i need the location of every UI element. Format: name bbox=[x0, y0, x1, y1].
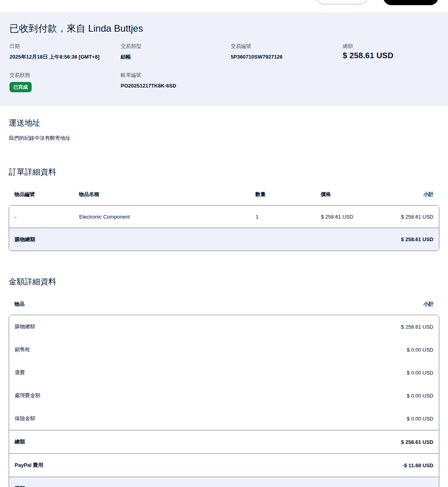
col-item-number: 物品編號 bbox=[14, 191, 79, 198]
field-transaction-id-value: 5P360710SW7927126 bbox=[231, 54, 343, 60]
status-badge: 已完成 bbox=[9, 82, 32, 92]
order-details-heading: 訂單詳細資料 bbox=[9, 166, 439, 177]
amount-value: $ 258.61 USD bbox=[401, 324, 433, 330]
col-subtotal: 小計 bbox=[386, 191, 434, 198]
purchase-total-value: $ 258.61 USD bbox=[401, 236, 433, 242]
amount-row-sales-tax: 銷售稅 $ 0.00 USD bbox=[9, 338, 439, 361]
amount-label: 處理費金額 bbox=[15, 392, 40, 399]
field-gross-amount-value: $ 258.61 USD bbox=[343, 52, 439, 59]
amount-row-gross: 總額 $ 258.61 USD bbox=[9, 430, 439, 453]
amount-label: 購物總額 bbox=[15, 323, 35, 330]
amounts-table-header: 物品 小計 bbox=[9, 301, 439, 308]
field-date: 日期 2025年12月18日 上午8:56:36 [GMT+8] bbox=[9, 43, 121, 60]
col-amount-subtotal: 小計 bbox=[423, 301, 434, 308]
transaction-summary: 已收到付款，來自 Linda Buttjes 日期 2025年12月18日 上午… bbox=[0, 12, 448, 106]
amount-details-heading: 金額詳細資料 bbox=[9, 276, 439, 287]
field-gross-amount: 總額 $ 258.61 USD bbox=[343, 43, 439, 60]
amount-value: -$ 11.68 USD bbox=[402, 462, 433, 468]
shipping-address-section: 運送地址 我們的紀錄中沒有郵寄地址 bbox=[0, 117, 448, 141]
amount-label: PayPal 費用 bbox=[15, 462, 43, 469]
cell-quantity: 1 bbox=[256, 214, 321, 220]
clipped-header-text bbox=[28, 0, 103, 2]
field-invoice-id-value: PO20251217TK8K-6SD bbox=[121, 83, 231, 89]
primary-action-button[interactable] bbox=[383, 0, 439, 5]
field-date-value: 2025年12月18日 上午8:56:36 [GMT+8] bbox=[9, 54, 121, 60]
order-table-header: 物品編號 物品名稱 數量 價格 小計 bbox=[9, 191, 439, 198]
page-title: 已收到付款，來自 Linda Buttjes bbox=[9, 12, 439, 35]
cell-price: $ 258.61 USD bbox=[321, 214, 386, 220]
order-table-footer: 購物總額 $ 258.61 USD bbox=[9, 228, 439, 251]
amount-value: $ 0.00 USD bbox=[407, 393, 433, 399]
amount-label: 保險金額 bbox=[15, 415, 35, 422]
field-invoice-id-label: 帳單編號 bbox=[121, 72, 231, 78]
amount-value: $ 258.61 USD bbox=[401, 439, 433, 445]
amount-row-paypal-fee: PayPal 費用 -$ 11.68 USD bbox=[9, 453, 439, 477]
shipping-address-heading: 運送地址 bbox=[9, 117, 439, 128]
top-action-bar bbox=[0, 0, 448, 12]
col-quantity: 數量 bbox=[255, 191, 321, 198]
field-transaction-id: 交易編號 5P360710SW7927126 bbox=[231, 43, 343, 60]
amount-details-section: 金額詳細資料 物品 小計 購物總額 $ 258.61 USD 銷售稅 $ 0.0… bbox=[0, 276, 448, 487]
amount-value: $ 0.00 USD bbox=[407, 370, 433, 376]
field-date-label: 日期 bbox=[9, 43, 121, 49]
field-transaction-id-label: 交易編號 bbox=[231, 43, 343, 49]
amount-label: 總額 bbox=[15, 438, 25, 445]
amount-label: 淨額 bbox=[15, 485, 25, 487]
order-table-row: - Electronic Component 1 $ 258.61 USD $ … bbox=[9, 205, 439, 228]
cell-subtotal: $ 258.61 USD bbox=[386, 214, 433, 220]
amount-row-shipping: 運費 $ 0.00 USD bbox=[9, 361, 439, 384]
secondary-action-button[interactable] bbox=[315, 0, 368, 4]
amount-label: 運費 bbox=[15, 369, 25, 376]
amount-label: 銷售稅 bbox=[15, 346, 30, 353]
order-details-section: 訂單詳細資料 物品編號 物品名稱 數量 價格 小計 - Electronic C… bbox=[0, 166, 448, 251]
cell-item-name: Electronic Component bbox=[79, 214, 256, 220]
col-item-name: 物品名稱 bbox=[79, 191, 255, 198]
amount-row-insurance: 保險金額 $ 0.00 USD bbox=[9, 407, 439, 430]
col-item: 物品 bbox=[14, 301, 25, 308]
field-transaction-type-label: 交易類型 bbox=[121, 43, 231, 49]
field-transaction-status: 交易狀態 已完成 bbox=[9, 72, 121, 92]
field-gross-amount-label: 總額 bbox=[343, 43, 439, 49]
amount-row-handling: 處理費金額 $ 0.00 USD bbox=[9, 384, 439, 407]
amount-value: $ 0.00 USD bbox=[407, 416, 433, 422]
field-invoice-id: 帳單編號 PO20251217TK8K-6SD bbox=[121, 72, 231, 92]
cell-item-number: - bbox=[15, 214, 79, 220]
field-transaction-type-value: 結帳 bbox=[121, 54, 231, 60]
amount-row-net: 淨額 $ 246.93 USD bbox=[9, 477, 439, 487]
purchase-total-label: 購物總額 bbox=[15, 236, 35, 243]
shipping-address-note: 我們的紀錄中沒有郵寄地址 bbox=[9, 135, 439, 141]
col-price: 價格 bbox=[321, 191, 386, 198]
field-transaction-status-label: 交易狀態 bbox=[9, 72, 121, 78]
amount-value: $ 246.93 USD bbox=[401, 486, 433, 487]
amount-row-purchase-total: 購物總額 $ 258.61 USD bbox=[9, 315, 439, 338]
order-table: - Electronic Component 1 $ 258.61 USD $ … bbox=[9, 205, 439, 251]
field-transaction-type: 交易類型 結帳 bbox=[121, 43, 231, 60]
amounts-table: 購物總額 $ 258.61 USD 銷售稅 $ 0.00 USD 運費 $ 0.… bbox=[9, 315, 439, 487]
amount-value: $ 0.00 USD bbox=[407, 347, 433, 353]
